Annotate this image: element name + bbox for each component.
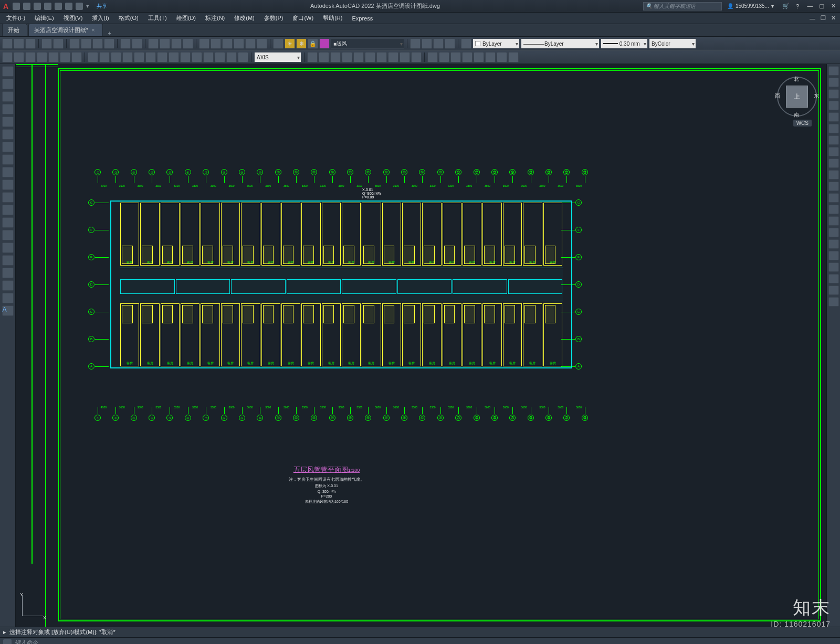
- doc-close-button[interactable]: ✕: [831, 15, 836, 22]
- help-icon[interactable]: ?: [796, 3, 799, 9]
- close-button[interactable]: ✕: [830, 3, 837, 9]
- dim-linear-icon[interactable]: [307, 52, 318, 62]
- print-icon[interactable]: [41, 38, 52, 49]
- menu-view[interactable]: 视图(V): [59, 13, 87, 23]
- qat-plot-icon[interactable]: [55, 3, 62, 10]
- dim-radius-icon[interactable]: [342, 52, 352, 62]
- break-icon[interactable]: [828, 251, 839, 260]
- minimize-button[interactable]: —: [806, 3, 814, 9]
- sheet-set-icon[interactable]: [234, 38, 244, 49]
- extend-tool-icon[interactable]: [828, 239, 839, 249]
- menu-edit[interactable]: 编辑(E): [30, 13, 58, 23]
- tool-palettes-icon[interactable]: [222, 38, 233, 49]
- stretch-tool-icon[interactable]: [828, 216, 839, 226]
- cart-icon[interactable]: 🛒: [782, 3, 790, 9]
- hatch-icon[interactable]: [71, 52, 82, 62]
- move-icon[interactable]: [88, 52, 98, 62]
- layer-on-icon[interactable]: ☀: [285, 38, 295, 49]
- qat-open-icon[interactable]: [23, 3, 30, 10]
- command-input[interactable]: 键入命令: [0, 637, 840, 644]
- line-tool-icon[interactable]: [2, 66, 14, 77]
- layer-manager-icon[interactable]: [273, 38, 284, 49]
- qat-undo-icon[interactable]: [65, 3, 72, 10]
- pan-icon[interactable]: [148, 38, 159, 49]
- mirror-icon[interactable]: [122, 52, 133, 62]
- erase-tool-icon[interactable]: [828, 124, 839, 133]
- plotstyle-dropdown[interactable]: ByColor: [649, 38, 696, 49]
- stretch-icon[interactable]: [145, 52, 156, 62]
- scale-tool-icon[interactable]: [828, 205, 839, 214]
- user-menu[interactable]: 👤 1505999135... ▾: [727, 3, 774, 9]
- dim-continue-icon[interactable]: [365, 52, 375, 62]
- cmd-expand-icon[interactable]: ▸: [3, 629, 6, 636]
- wipeout-icon[interactable]: [497, 52, 507, 62]
- design-center-icon[interactable]: [211, 38, 221, 49]
- construction-line-icon[interactable]: [2, 79, 14, 89]
- nav-wheel-icon[interactable]: [828, 66, 839, 76]
- zoom-previous-icon[interactable]: [183, 38, 193, 49]
- revision-cloud-icon[interactable]: [508, 52, 519, 62]
- qat-redo-icon[interactable]: [76, 3, 83, 10]
- search-box[interactable]: 🔍 键入关键字或短语: [643, 2, 722, 10]
- rectangle-tool-icon[interactable]: [2, 117, 14, 127]
- mtext-icon[interactable]: [474, 52, 484, 62]
- undo-icon[interactable]: [120, 38, 131, 49]
- erase-icon[interactable]: [226, 52, 237, 62]
- paste-icon[interactable]: [92, 38, 103, 49]
- color-dropdown[interactable]: ByLayer: [472, 38, 520, 49]
- maximize-button[interactable]: ▢: [818, 3, 825, 9]
- copy-tool-icon[interactable]: [828, 135, 839, 145]
- point-icon[interactable]: [2, 230, 14, 240]
- scale-icon[interactable]: [134, 52, 144, 62]
- linetype-dropdown[interactable]: ———— ByLayer: [521, 38, 600, 49]
- menu-window[interactable]: 窗口(W): [288, 13, 318, 23]
- circle-icon[interactable]: [25, 52, 36, 62]
- explode-tool-icon[interactable]: [828, 297, 839, 307]
- qat-saveas-icon[interactable]: [44, 3, 51, 10]
- trim-tool-icon[interactable]: [828, 228, 839, 237]
- mirror-tool-icon[interactable]: [828, 147, 839, 156]
- move-tool-icon[interactable]: [828, 182, 839, 191]
- drawing-canvas[interactable]: ①②③④⑤⑥⑦⑧⑨⑩⑪⑫⑬⑭⑮⑯⑰⑱⑲⑳㉑㉒㉓㉔㉕㉖㉗㉘ 40003600360…: [16, 64, 826, 627]
- offset-tool-icon[interactable]: [828, 159, 839, 168]
- arc-tool-icon[interactable]: [2, 129, 14, 140]
- layer-prev-icon[interactable]: [445, 38, 455, 49]
- quickcalc-icon[interactable]: [257, 38, 267, 49]
- doc-restore-button[interactable]: ❐: [821, 15, 826, 22]
- layer-dropdown[interactable]: ■ 送风: [331, 38, 404, 49]
- dimstyle-icon[interactable]: [411, 52, 422, 62]
- textstyle-dropdown[interactable]: AXIS: [254, 52, 301, 62]
- layer-freeze-icon[interactable]: ❄: [296, 38, 307, 49]
- ellipse-arc-icon[interactable]: [2, 192, 14, 203]
- array-icon[interactable]: [215, 52, 225, 62]
- spline-icon[interactable]: [2, 167, 14, 177]
- view-cube[interactable]: 上 北 南 东 西: [777, 77, 817, 117]
- join-icon[interactable]: [828, 262, 839, 272]
- properties-icon[interactable]: [199, 38, 209, 49]
- copy-icon[interactable]: [81, 38, 91, 49]
- redo-icon[interactable]: [132, 38, 142, 49]
- doc-minimize-button[interactable]: —: [810, 15, 815, 22]
- dim-diameter-icon[interactable]: [353, 52, 364, 62]
- dim-angular-icon[interactable]: [330, 52, 341, 62]
- rectangle-icon[interactable]: [48, 52, 59, 62]
- revcloud-icon[interactable]: [2, 154, 14, 165]
- open-icon[interactable]: [14, 38, 24, 49]
- offset-icon[interactable]: [203, 52, 214, 62]
- chamfer-icon[interactable]: [192, 52, 202, 62]
- circle-tool-icon[interactable]: [2, 142, 14, 152]
- gradient-icon[interactable]: [2, 255, 14, 266]
- save-icon[interactable]: [25, 38, 36, 49]
- array-tool-icon[interactable]: [828, 170, 839, 180]
- menu-insert[interactable]: 插入(I): [88, 13, 113, 23]
- insert-icon[interactable]: [439, 52, 449, 62]
- menu-file[interactable]: 文件(F): [2, 13, 29, 23]
- layer-color-icon[interactable]: [319, 38, 330, 49]
- menu-modify[interactable]: 修改(M): [230, 13, 259, 23]
- qat-save-icon[interactable]: [34, 3, 41, 10]
- add-selected-icon[interactable]: A: [2, 305, 14, 316]
- tolerance-icon[interactable]: [400, 52, 410, 62]
- menu-help[interactable]: 帮助(H): [319, 13, 346, 23]
- nav-pan-icon[interactable]: [828, 78, 839, 87]
- dim-aligned-icon[interactable]: [319, 52, 329, 62]
